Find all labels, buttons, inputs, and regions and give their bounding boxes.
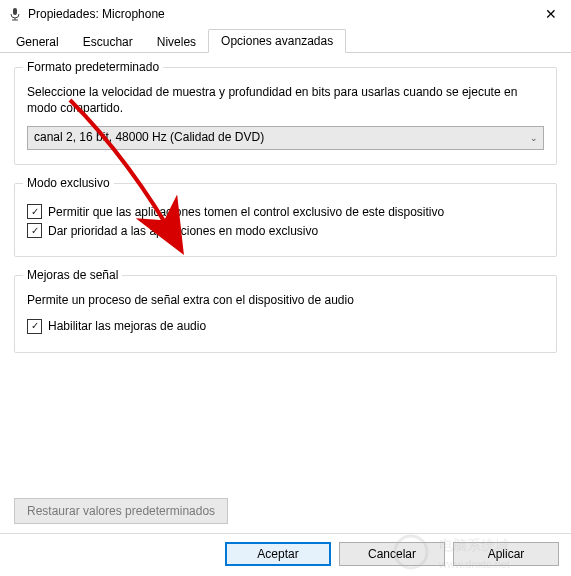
cancel-button[interactable]: Cancelar [339, 542, 445, 566]
group-exclusive-mode: Modo exclusivo ✓ Permitir que las aplica… [14, 183, 557, 257]
check-allow-exclusive[interactable]: ✓ [27, 204, 42, 219]
tab-general[interactable]: General [4, 31, 71, 53]
dialog-footer: Aceptar Cancelar Aplicar [225, 542, 559, 566]
chevron-down-icon: ⌄ [525, 127, 543, 149]
default-format-select-value: canal 2, 16 bit, 48000 Hz (Calidad de DV… [28, 127, 525, 149]
apply-button[interactable]: Aplicar [453, 542, 559, 566]
check-priority-exclusive-row: ✓ Dar prioridad a las aplicaciones en mo… [27, 223, 544, 238]
group-signal-enhancements-legend: Mejoras de señal [23, 268, 122, 282]
footer-separator [0, 533, 571, 534]
check-allow-exclusive-row: ✓ Permitir que las aplicaciones tomen el… [27, 204, 544, 219]
close-icon[interactable]: ✕ [537, 6, 565, 22]
check-priority-exclusive[interactable]: ✓ [27, 223, 42, 238]
default-format-desc: Seleccione la velocidad de muestra y pro… [27, 84, 544, 116]
check-priority-exclusive-label: Dar prioridad a las aplicaciones en modo… [48, 224, 318, 238]
group-signal-enhancements: Mejoras de señal Permite un proceso de s… [14, 275, 557, 352]
microphone-icon [8, 7, 22, 21]
svg-rect-0 [13, 8, 17, 15]
check-enable-enhancements-row: ✓ Habilitar las mejoras de audio [27, 319, 544, 334]
check-enable-enhancements-label: Habilitar las mejoras de audio [48, 319, 206, 333]
check-allow-exclusive-label: Permitir que las aplicaciones tomen el c… [48, 205, 444, 219]
restore-defaults-button[interactable]: Restaurar valores predeterminados [14, 498, 228, 524]
window-title: Propiedades: Microphone [28, 7, 537, 21]
group-default-format: Formato predeterminado Seleccione la vel… [14, 67, 557, 165]
ok-button[interactable]: Aceptar [225, 542, 331, 566]
signal-enhancements-desc: Permite un proceso de señal extra con el… [27, 292, 544, 308]
titlebar: Propiedades: Microphone ✕ [0, 0, 571, 28]
tab-listen[interactable]: Escuchar [71, 31, 145, 53]
tab-levels[interactable]: Niveles [145, 31, 208, 53]
default-format-select[interactable]: canal 2, 16 bit, 48000 Hz (Calidad de DV… [27, 126, 544, 150]
group-exclusive-mode-legend: Modo exclusivo [23, 176, 114, 190]
group-default-format-legend: Formato predeterminado [23, 60, 163, 74]
check-enable-enhancements[interactable]: ✓ [27, 319, 42, 334]
tab-advanced[interactable]: Opciones avanzadas [208, 29, 346, 53]
tab-strip: General Escuchar Niveles Opciones avanza… [0, 28, 571, 53]
tab-content: Formato predeterminado Seleccione la vel… [0, 53, 571, 353]
